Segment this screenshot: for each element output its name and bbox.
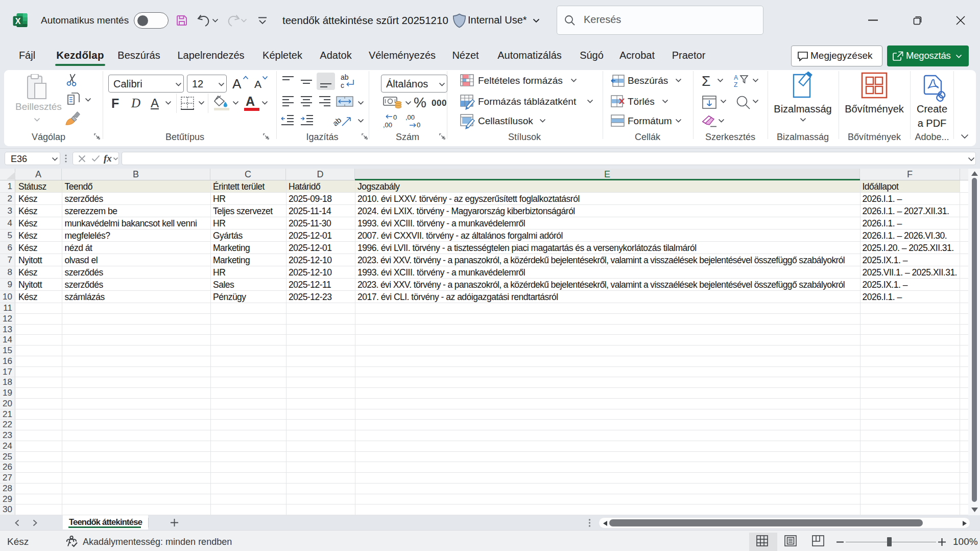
svg-text:,00: ,00 [405, 114, 415, 121]
svg-text:Z: Z [734, 81, 737, 88]
svg-text:ab: ab [333, 116, 343, 128]
svg-text:ab: ab [341, 74, 349, 81]
svg-text:A: A [734, 74, 738, 81]
svg-text:,00: ,00 [383, 121, 392, 128]
svg-text:c: c [341, 81, 344, 89]
svg-text:X: X [15, 17, 21, 26]
svg-text:0: 0 [393, 114, 397, 121]
svg-text:0: 0 [417, 121, 420, 128]
